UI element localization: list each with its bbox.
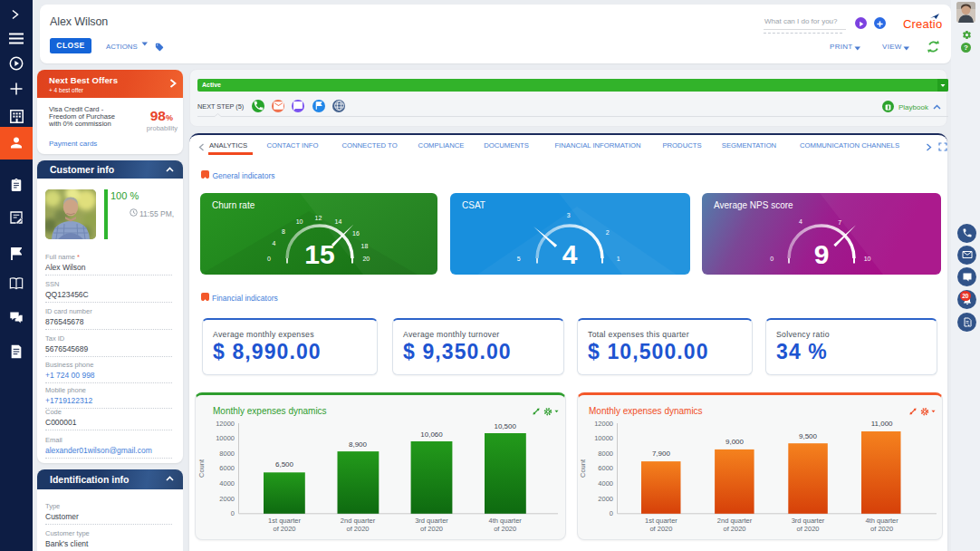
svg-text:3rd quarter: 3rd quarter [415, 517, 448, 525]
svg-text:6000: 6000 [598, 464, 613, 472]
svg-text:of 2020: of 2020 [494, 525, 516, 533]
svg-text:4: 4 [799, 218, 802, 225]
svg-text:4000: 4000 [598, 479, 613, 488]
svg-text:1st quarter: 1st quarter [268, 517, 301, 525]
svg-text:9,000: 9,000 [725, 438, 745, 446]
svg-text:10000: 10000 [216, 434, 235, 442]
svg-text:4: 4 [273, 240, 276, 246]
svg-text:1st quarter: 1st quarter [645, 517, 677, 525]
svg-text:15: 15 [304, 239, 334, 269]
svg-text:16: 16 [352, 230, 360, 237]
svg-text:4000: 4000 [219, 479, 235, 488]
svg-text:18: 18 [361, 243, 369, 249]
svg-text:8000: 8000 [219, 450, 235, 458]
svg-text:8: 8 [282, 228, 285, 235]
svg-text:12: 12 [315, 215, 322, 221]
svg-text:of 2020: of 2020 [870, 525, 893, 533]
svg-text:Count: Count [579, 459, 587, 478]
svg-text:12000: 12000 [594, 420, 613, 428]
svg-text:6,500: 6,500 [275, 460, 294, 469]
svg-text:10,500: 10,500 [494, 422, 516, 430]
svg-text:2nd quarter: 2nd quarter [717, 517, 753, 525]
svg-text:4th quarter: 4th quarter [489, 517, 523, 525]
svg-text:2000: 2000 [219, 495, 235, 503]
svg-text:5: 5 [517, 256, 521, 262]
svg-text:Monthly expenses dynamics: Monthly expenses dynamics [589, 406, 703, 416]
svg-text:10: 10 [864, 256, 871, 262]
svg-text:of 2020: of 2020 [796, 525, 819, 533]
svg-text:0: 0 [770, 256, 773, 262]
svg-text:of 2020: of 2020 [273, 525, 295, 533]
svg-text:10,060: 10,060 [420, 430, 443, 439]
svg-text:6000: 6000 [219, 464, 235, 472]
svg-text:10000: 10000 [594, 434, 613, 442]
svg-text:7: 7 [838, 219, 841, 226]
svg-text:Count: Count [197, 459, 206, 478]
svg-text:0: 0 [610, 509, 613, 517]
svg-text:14: 14 [335, 218, 342, 225]
svg-text:8,900: 8,900 [349, 440, 368, 449]
svg-text:of 2020: of 2020 [649, 525, 672, 533]
svg-text:of 2020: of 2020 [346, 525, 369, 533]
svg-text:2000: 2000 [598, 495, 613, 503]
svg-text:of 2020: of 2020 [723, 525, 745, 533]
svg-text:3rd quarter: 3rd quarter [792, 517, 825, 525]
svg-text:1: 1 [617, 256, 620, 262]
svg-text:20: 20 [362, 256, 370, 262]
svg-text:0: 0 [267, 256, 271, 262]
svg-text:8000: 8000 [598, 450, 613, 458]
svg-text:3: 3 [567, 212, 571, 218]
svg-text:11,000: 11,000 [871, 420, 893, 428]
svg-text:9: 9 [814, 239, 830, 269]
svg-text:12000: 12000 [216, 420, 235, 428]
svg-text:7,900: 7,900 [652, 450, 671, 458]
svg-text:2nd quarter: 2nd quarter [341, 517, 376, 525]
svg-text:of 2020: of 2020 [420, 525, 443, 533]
svg-text:0: 0 [231, 509, 235, 517]
svg-text:10: 10 [296, 218, 303, 225]
svg-text:Monthly expenses dynamics: Monthly expenses dynamics [213, 406, 327, 416]
svg-text:2: 2 [606, 229, 610, 236]
svg-text:4th quarter: 4th quarter [865, 517, 898, 525]
svg-text:4: 4 [562, 239, 578, 269]
svg-text:9,500: 9,500 [799, 432, 818, 440]
